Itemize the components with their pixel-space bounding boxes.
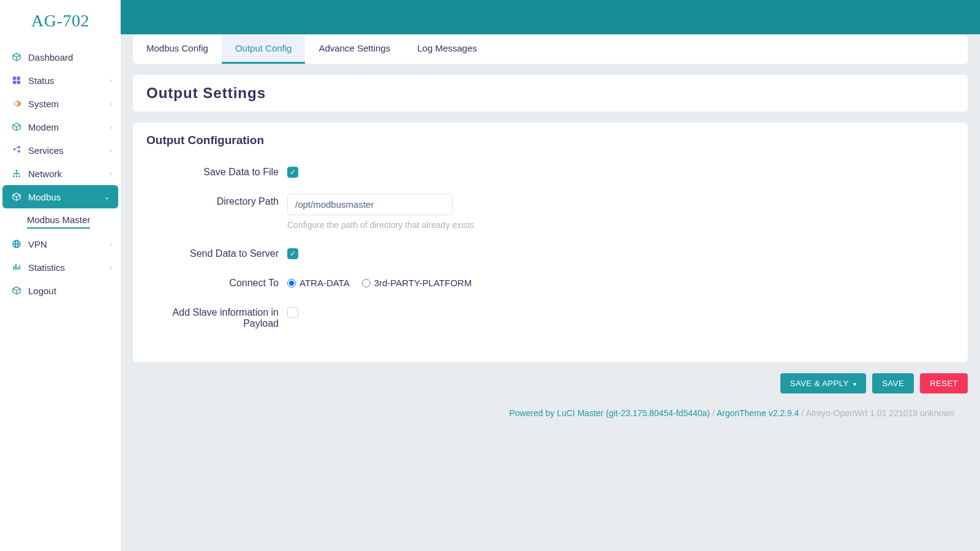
config-panel: Output Configuration Save Data to File ✓… [133,123,968,362]
sidebar-item-label: VPN [28,239,110,249]
cube-icon [11,51,22,63]
sidebar-item-label: Logout [28,286,112,296]
save-apply-button[interactable]: SAVE & APPLY [780,373,867,393]
checkbox-add-slave-info[interactable] [287,307,298,318]
chevron-down-icon: ⌄ [104,193,110,201]
sidebar-item-services[interactable]: Services› [0,139,121,162]
chevron-right-icon: › [110,100,112,107]
radio-atra-data[interactable]: ATRA-DATA [287,278,350,288]
chevron-right-icon: › [110,264,112,271]
chevron-right-icon: › [110,170,112,177]
checkbox-send-to-server[interactable]: ✓ [287,248,298,259]
checkbox-save-to-file[interactable]: ✓ [287,167,298,178]
cube-icon [11,285,22,296]
footer-version: Atreyo-OpenWrt 1.01 221019 unknown [805,408,954,418]
radio-group-connect-to: ATRA-DATA3rd-PARTY-PLATFORM [287,278,954,288]
label-send-to-server: Send Data to Server [146,246,287,259]
tab-log-messages[interactable]: Log Messages [404,34,491,64]
bars-icon [11,262,22,273]
label-directory-path: Directory Path [146,194,287,207]
brand: AG-702 [0,0,121,45]
globe-icon [11,238,22,249]
cube-icon [11,191,22,202]
sidebar-item-label: Statistics [28,262,110,273]
topbar [121,0,980,34]
share-icon [11,145,22,156]
radio-input[interactable] [362,279,371,287]
sidebar-item-system[interactable]: System› [0,92,121,115]
sidebar: AG-702 DashboardStatus›System›Modem›Serv… [0,0,121,551]
nav-submenu: Modbus Master [0,208,121,232]
help-directory-path: Configure the path of directory that alr… [287,220,954,230]
grid-icon [11,75,22,86]
sidebar-item-label: System [28,99,110,109]
reset-button[interactable]: RESET [920,373,968,393]
sidebar-item-modbus[interactable]: Modbus⌄ [2,185,118,208]
chevron-right-icon: › [110,123,112,131]
radio-input[interactable] [287,279,296,287]
cube-icon [11,121,22,132]
chevron-right-icon: › [110,240,112,248]
sidebar-item-logout[interactable]: Logout [0,279,121,302]
tab-advance-settings[interactable]: Advance Settings [305,34,404,64]
sidebar-item-label: Network [28,169,110,179]
tree-icon [11,168,22,179]
sidebar-item-status[interactable]: Status› [0,69,121,92]
chevron-right-icon: › [110,77,112,84]
radio-label: ATRA-DATA [300,278,350,288]
gear-icon [11,98,22,109]
chevron-right-icon: › [110,146,112,154]
label-connect-to: Connect To [146,275,287,289]
page-title: Output Settings [146,85,954,102]
row-connect-to: Connect To ATRA-DATA3rd-PARTY-PLATFORM [146,275,954,289]
input-directory-path[interactable] [287,194,453,215]
sidebar-item-vpn[interactable]: VPN› [0,232,121,256]
sidebar-item-label: Services [28,145,110,156]
action-bar: SAVE & APPLY SAVE RESET [133,373,968,393]
tabs: Modbus ConfigOutput ConfigAdvance Settin… [133,34,968,64]
sidebar-item-label: Status [28,75,110,86]
footer: Powered by LuCI Master (git-23.175.80454… [133,408,968,430]
panel-title: Output Settings [133,75,968,112]
tab-modbus-config[interactable]: Modbus Config [133,34,222,64]
nav-list: DashboardStatus›System›Modem›Services›Ne… [0,45,121,302]
sidebar-subitem-modbus-master[interactable]: Modbus Master [27,208,90,229]
row-send-to-server: Send Data to Server ✓ [146,246,954,259]
radio-3rd-party-platform[interactable]: 3rd-PARTY-PLATFORM [362,278,472,288]
footer-luci-link[interactable]: Powered by LuCI Master (git-23.175.80454… [509,408,710,418]
footer-theme-link[interactable]: ArgonTheme v2.2.9.4 [717,408,799,418]
label-save-to-file: Save Data to File [146,164,287,178]
sidebar-item-statistics[interactable]: Statistics› [0,256,121,279]
sidebar-item-modem[interactable]: Modem› [0,115,121,139]
brand-text: AG-702 [31,11,89,30]
sidebar-item-label: Dashboard [28,52,112,63]
row-directory-path: Directory Path Configure the path of dir… [146,194,954,230]
section-title: Output Configuration [146,134,954,147]
sidebar-item-label: Modem [28,122,110,132]
row-add-slave-info: Add Slave information in Payload [146,305,954,329]
save-button[interactable]: SAVE [872,373,914,393]
content: Modbus ConfigOutput ConfigAdvance Settin… [121,34,980,443]
sidebar-item-label: Modbus [28,192,104,202]
row-save-to-file: Save Data to File ✓ [146,164,954,178]
radio-label: 3rd-PARTY-PLATFORM [374,278,472,288]
sidebar-item-dashboard[interactable]: Dashboard [0,45,121,69]
tab-output-config[interactable]: Output Config [222,34,306,64]
main: Modbus ConfigOutput ConfigAdvance Settin… [121,0,980,551]
sidebar-item-network[interactable]: Network› [0,162,121,185]
label-add-slave-info: Add Slave information in Payload [146,305,287,329]
